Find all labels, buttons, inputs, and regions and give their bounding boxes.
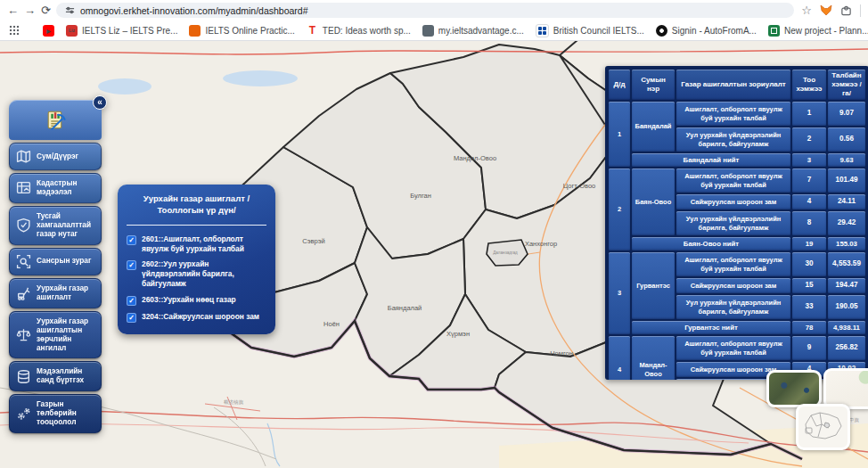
cell-purpose: Уул уурхайн үйлдвэрлэлийн барилга, байгу… [676,211,790,235]
bookmark-item[interactable]: British Council IELTS... [536,24,644,37]
table-subtotal-row: Баяндалай нийт 3 9.63 [609,153,865,167]
cell-area: 4,553.59 [828,252,865,276]
checkbox-checked[interactable]: ✓ [127,260,136,270]
sidebar-item-satellite-image[interactable]: Сансрын зураг [9,248,102,275]
toolbar-separator [860,4,861,17]
sidebar-item-sum-duureg[interactable]: Сум/Дүүрэг [9,143,102,170]
checkbox-checked[interactable]: ✓ [127,313,136,323]
table-row: 3 Гурвантэс Ашиглалт, олборлолт явуулж б… [609,252,865,276]
cell-purpose: Сайжруулсан шороон зам [676,194,790,209]
back-button[interactable]: ← [7,4,19,16]
results-table: Д/д Сумын нэр Газар ашиглалтын зориулалт… [607,68,867,380]
cell-sum-name: Баяндалай [632,102,675,152]
liz-icon: Liz [66,25,78,37]
browser-toolbar: ← → ⟳ omnogovi.erkhet-innovation.com/mya… [0,0,868,21]
url-bar[interactable]: omnogovi.erkhet-innovation.com/myadmin/d… [56,3,794,18]
satellite-scan-icon [16,254,31,269]
bookmark-item[interactable]: Signin - AutoFromA... [656,25,757,37]
legend-item: ✓ 2601::Ашиглалт, олборлолт явуулж буй у… [127,234,266,254]
legend-divider [127,225,266,226]
forward-button[interactable]: → [24,4,36,16]
bookmark-item[interactable]: TTED: Ideas worth sp... [307,25,411,37]
sidebar-item-label: Уурхайн газар ашиглалт [37,284,96,302]
legend-item: ✓ 2602::Уул уурхайн үйлдвэрлэлийн барилг… [127,259,266,289]
cell-count: 33 [792,295,826,319]
checkbox-checked[interactable]: ✓ [127,296,136,306]
tune-icon [65,5,75,15]
sidebar-item-label: Сансрын зураг [37,257,91,266]
cell-count: 78 [792,321,826,334]
cell-no: 4 [609,336,630,380]
sidebar-collapse-button[interactable]: « [93,95,107,110]
cell-purpose: Ашиглалт, олборлолт явуулж буй уурхайн т… [676,252,790,276]
cell-subtotal: Баян-Овоо нийт [632,237,790,250]
cell-area: 0.56 [828,127,865,152]
british-council-icon [536,24,549,37]
cell-count: 15 [792,278,826,293]
cell-area: 190.05 [828,295,865,319]
bookmark-item[interactable]: LizIELTS Liz – IELTS Pre... [66,25,177,37]
bookmark-star-icon[interactable]: ☆ [801,4,812,17]
bookmark-label: New project - Plann... [784,26,868,36]
cell-area: 256.82 [828,336,865,360]
ted-icon: T [307,25,318,37]
district-label: Хүрмэн [446,330,470,338]
checkbox-checked[interactable]: ✓ [127,235,136,245]
bookmark-item[interactable]: New project - Plann... [768,25,868,37]
district-label: Ханхонгор [525,240,557,248]
table-subtotal-row: Баян-Овоо нийт 19 155.03 [609,237,865,250]
table-row: 2 Баян-Овоо Ашиглалт, олборлолт явуулж б… [609,168,865,193]
cell-no: 2 [609,168,630,250]
bookmark-item[interactable]: my.ieltsadvantage.c... [422,25,524,37]
sidebar-item-protected-area[interactable]: Тусгай хамгаалалттай газар нутаг [9,206,102,245]
database-icon [16,369,31,384]
cell-count: 3 [792,153,826,167]
cell-purpose: Ашиглалт, олборлолт явуулж буй уурхайн т… [676,102,790,126]
mining-report-icon [44,108,68,132]
sidebar-item-label: Сум/Дүүрэг [37,152,78,161]
cell-area: 24.11 [828,194,865,209]
table-row: 4 Мандал-Овоо Ашиглалт, олборлолт явуулж… [609,336,865,360]
sidebar-item-mining-land-use[interactable]: Уурхайн газар ашиглалт [9,278,102,308]
cell-subtotal: Баяндалай нийт [632,153,790,167]
url-text: omnogovi.erkhet-innovation.com/myadmin/d… [80,5,308,16]
header-purpose: Газар ашиглалтын зориулалт [676,70,790,100]
excavator-icon [16,285,31,300]
cell-area: 155.03 [828,237,865,250]
cell-count: 19 [792,237,826,250]
legend-item-label: 2602::Уул уурхайн үйлдвэрлэлийн барилга,… [142,259,266,289]
legend-item-label: 3204::Сайжруулсан шороон зам [142,312,259,322]
bookmark-item[interactable]: IELTS Online Practic... [189,25,294,37]
sidebar-item-cadastre[interactable]: Кадастрын мэдээлэл [9,173,102,203]
cell-area: 9.07 [828,102,865,126]
header-sum-name: Сумын нэр [632,70,675,100]
district-label: Мандал-Овоо [454,154,496,162]
basemap-thumbnail-districts[interactable] [796,404,850,450]
basemap-thumbnail-satellite[interactable] [766,370,822,407]
bookmark-label: Signin - AutoFromA... [672,26,757,36]
sidebar-item-label: Уурхайн газар ашиглалтын зөрчлийн ангила… [37,317,96,353]
bookmark-label: my.ieltsadvantage.c... [438,26,524,36]
metamask-extension-icon[interactable] [820,4,832,16]
district-label: Ноён [323,320,340,328]
city-label: Даланзадгад [493,250,518,255]
region-map-icon [16,149,31,164]
cell-purpose: Ашиглалт, олборлолт явуулж буй уурхайн т… [676,168,790,193]
reload-button[interactable]: ⟳ [41,4,51,16]
sidebar-item-register-database[interactable]: Мэдээллийн санд бүртгэх [9,361,102,391]
cell-count: 8 [792,211,826,235]
ielts-online-icon [189,25,201,37]
bookmark-youtube[interactable]: ▶ [43,25,54,37]
extensions-puzzle-icon[interactable] [840,4,852,16]
legend-item: ✓ 2603::Уурхайн нөөц газар [127,295,266,306]
cell-count: 4 [792,194,826,209]
cell-no: 3 [609,252,630,334]
bookmark-label: IELTS Liz – IELTS Pre... [82,26,177,36]
cell-no: 1 [609,102,630,167]
legend-item-label: 2603::Уурхайн нөөц газар [142,295,236,305]
sidebar-item-violation-classification[interactable]: Уурхайн газар ашиглалтын зөрчлийн ангила… [9,311,102,359]
apps-grid-icon[interactable] [9,25,20,36]
sidebar-item-land-fee-calculation[interactable]: Газрын төлбөрийн тооцоолол [9,394,102,433]
youtube-icon: ▶ [43,25,54,37]
sidebar: « Сум/Дүүрэг Кадастрын мэдээлэл Тусгай х… [9,100,102,433]
